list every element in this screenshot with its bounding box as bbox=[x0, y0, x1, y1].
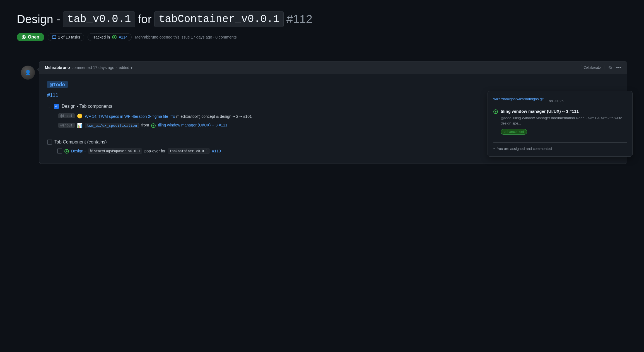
sub-check-design-text: Design - bbox=[71, 149, 86, 153]
edited-dropdown[interactable]: edited ▾ bbox=[119, 65, 132, 70]
tracked-label-text: Tracked in bbox=[92, 35, 110, 39]
popover-issue-body: @todo Tiling Window Manager documentatio… bbox=[501, 115, 627, 126]
status-bar: Open 1 of 10 tasks Tracked in #114 Mehra… bbox=[17, 33, 627, 41]
popover-date: on Jul 26 bbox=[549, 99, 564, 103]
input-badge-2: @input bbox=[58, 123, 75, 128]
tracked-green-dot-icon bbox=[112, 35, 117, 39]
tracked-link[interactable]: #114 bbox=[119, 35, 127, 39]
comment-header: Mehrabbruno commented 17 days ago · edit… bbox=[39, 61, 627, 74]
popover-overlay: wizardamigos/wizardamigos.git... on Jul … bbox=[488, 91, 633, 157]
more-options-icon[interactable]: ••• bbox=[616, 65, 621, 71]
popover-repo-link[interactable]: wizardamigos/wizardamigos.git... bbox=[493, 97, 547, 101]
section-divider bbox=[17, 50, 627, 50]
sub-item-2-issue-link[interactable]: tiling window manager (UI/UX) -- 3 #111 bbox=[158, 123, 227, 127]
sub-check-popover-text: pop-over for bbox=[144, 149, 165, 153]
tab-component-label: Tab Component (contains) bbox=[54, 140, 107, 145]
checklist-label: Design - Tab components bbox=[62, 104, 112, 109]
main-content: 👤 Mehrabbruno commented 17 days ago · ed… bbox=[17, 61, 627, 164]
collaborator-badge: Collaborator bbox=[581, 65, 604, 70]
sub-item-2-from: from bbox=[141, 123, 149, 127]
checkbox-checked[interactable] bbox=[54, 104, 59, 109]
issue-number: #112 bbox=[286, 12, 312, 27]
chevron-down-icon: ▾ bbox=[131, 65, 132, 70]
popover-divider bbox=[493, 142, 627, 143]
emoji-icon-2: 📊 bbox=[77, 123, 83, 128]
popover-issue-title[interactable]: tiling window manager (UI/UX) -- 3 #111 bbox=[501, 109, 627, 114]
page-container: Design - tab_v0.0.1 for tabContainer_v0.… bbox=[0, 0, 644, 175]
edited-label: edited bbox=[119, 65, 129, 70]
avatar-image: 👤 bbox=[21, 66, 35, 80]
tracked-badge[interactable]: Tracked in #114 bbox=[88, 33, 132, 41]
popover-issue-details: tiling window manager (UI/UX) -- 3 #111 … bbox=[501, 109, 627, 138]
open-label: Open bbox=[28, 35, 39, 40]
tasks-badge[interactable]: 1 of 10 tasks bbox=[48, 33, 84, 41]
sub-item-1-text: WF 14: TWM specs in WF -Iteration 2- fig… bbox=[85, 113, 252, 119]
popover-issue: tiling window manager (UI/UX) -- 3 #111 … bbox=[493, 109, 627, 138]
commenter-username[interactable]: Mehrabbruno bbox=[45, 65, 70, 70]
sub-check-green-icon bbox=[64, 149, 69, 154]
title-code1: tab_v0.0.1 bbox=[63, 11, 135, 27]
tasks-label: 1 of 10 tasks bbox=[58, 35, 80, 39]
emoji-icon-1: 🟡 bbox=[77, 113, 83, 119]
sub-check-code2: tabContainer_v0.0.1 bbox=[168, 149, 210, 154]
tab-component-checkbox[interactable] bbox=[47, 140, 52, 145]
enhancement-label[interactable]: enhancement bbox=[501, 129, 527, 135]
comment-card: Mehrabbruno commented 17 days ago · edit… bbox=[39, 61, 627, 164]
drag-handle-icon[interactable]: ⠿ bbox=[47, 104, 50, 109]
avatar-col: 👤 bbox=[17, 61, 39, 164]
title-prefix: Design - bbox=[17, 12, 60, 27]
sub-item-1-plain: m editor/tool") concept & design -- 2 --… bbox=[176, 114, 252, 119]
popover-green-icon bbox=[493, 109, 498, 114]
bullet-separator: · bbox=[116, 65, 117, 70]
comment-header-left: Mehrabbruno commented 17 days ago · edit… bbox=[45, 65, 132, 70]
title-middle: for bbox=[138, 12, 151, 27]
issue-title: Design - tab_v0.0.1 for tabContainer_v0.… bbox=[17, 11, 627, 27]
tasks-progress-icon bbox=[52, 35, 56, 39]
emoji-react-icon[interactable]: ☺ bbox=[608, 65, 613, 71]
green-circle-icon-2 bbox=[151, 123, 156, 128]
comment-header-right: Collaborator ☺ ••• bbox=[581, 65, 621, 71]
title-code2: tabContainer_v0.0.1 bbox=[154, 11, 283, 27]
comment-body: @todo #111 ⠿ Design - Tab components @in… bbox=[39, 74, 627, 164]
avatar: 👤 bbox=[21, 66, 35, 80]
sub-check-code1: historyLogsPopover_v0.0.1 bbox=[88, 149, 142, 154]
assigned-text: You are assigned and commented bbox=[493, 147, 627, 151]
sub-check-number[interactable]: #119 bbox=[212, 149, 221, 153]
issue-meta: Mehrabbruno opened this issue 17 days ag… bbox=[135, 35, 237, 39]
comment-action: commented 17 days ago bbox=[71, 65, 114, 70]
open-badge[interactable]: Open bbox=[17, 33, 44, 41]
sub-check-checkbox-1[interactable] bbox=[57, 149, 62, 154]
sub-item-1-link[interactable]: WF 14: TWM specs in WF -Iteration 2- fig… bbox=[85, 114, 175, 119]
sub-item-2-link[interactable]: twm_ui/ux_specification bbox=[85, 123, 139, 128]
open-dot-icon bbox=[22, 35, 26, 39]
todo-tag: @todo bbox=[47, 81, 68, 88]
input-badge-1: @input bbox=[58, 113, 75, 118]
